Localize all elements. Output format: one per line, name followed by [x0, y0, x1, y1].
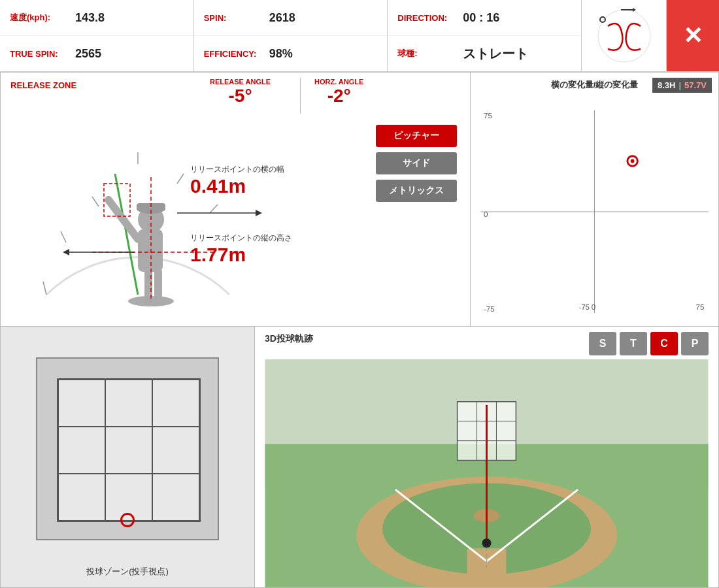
chart-h-value: 8.3H	[658, 80, 675, 90]
svg-line-6	[92, 197, 99, 206]
true-spin-value: 2565	[75, 47, 127, 61]
svg-line-16	[109, 200, 138, 239]
pitcher-view-button[interactable]: ピッチャー	[376, 125, 457, 147]
strike-zone-panel: 投球ゾーン(投手視点)	[0, 327, 255, 588]
chart-values-box: 8.3H | 57.7V	[652, 78, 712, 93]
svg-point-0	[598, 10, 650, 62]
svg-text:-75: -75	[578, 302, 590, 311]
horizontal-label: リリースポイントの横の幅	[190, 164, 284, 175]
true-spin-label: TRUE SPIN:	[10, 49, 75, 59]
chart-v-value: 57.7V	[684, 80, 707, 90]
horz-angle-value: -2°	[314, 86, 363, 106]
zone-cell-6	[152, 427, 199, 474]
svg-rect-14	[154, 269, 162, 304]
release-angle-label: RELEASE ANGLE	[210, 78, 271, 86]
svg-text:75: 75	[484, 111, 492, 120]
svg-text:0: 0	[484, 210, 488, 218]
zone-cell-2	[105, 380, 152, 427]
direction-label: DIRECTION:	[397, 13, 463, 23]
trajectory-panel: 3D投球軌跡 S T C P	[255, 327, 719, 588]
zone-cell-7	[58, 474, 105, 521]
horz-angle-label: HORZ. ANGLE	[314, 78, 363, 86]
close-button[interactable]: ✕	[667, 0, 719, 71]
traj-c-button[interactable]: C	[650, 332, 678, 355]
svg-marker-26	[63, 249, 69, 255]
release-zone-title: RELEASE ZONE	[10, 80, 76, 90]
chart-area: 75 0 -75 -75 75 0	[477, 110, 712, 313]
trajectory-buttons: S T C P	[589, 332, 709, 355]
spin-value: 2618	[269, 11, 322, 25]
svg-rect-13	[144, 269, 152, 304]
svg-line-8	[177, 174, 184, 184]
ball-type-label: 球種:	[397, 48, 463, 59]
spin-label: SPIN:	[204, 13, 269, 23]
baseball-illustration	[582, 0, 667, 71]
svg-text:0: 0	[592, 302, 595, 311]
height-value: 1.77m	[190, 244, 292, 266]
strike-zone-label: 投球ゾーン(投手視点)	[86, 566, 169, 578]
svg-text:75: 75	[696, 302, 705, 311]
chart-panel: 横の変化量/縦の変化量 8.3H | 57.7V 75 0 -75	[471, 72, 719, 327]
svg-point-52	[482, 538, 492, 547]
zone-cell-5	[105, 427, 152, 474]
traj-s-button[interactable]: S	[589, 332, 616, 355]
ball-type-value: ストレート	[463, 45, 528, 63]
release-angle-value: -5°	[210, 86, 271, 106]
metrics-button[interactable]: メトリックス	[376, 180, 457, 202]
svg-rect-15	[138, 229, 163, 272]
svg-marker-24	[256, 210, 262, 216]
svg-text:-75: -75	[484, 304, 495, 313]
zone-cell-4	[58, 427, 105, 474]
horizontal-value: 0.41m	[190, 175, 284, 197]
efficiency-label: EFFICIENCY:	[204, 49, 269, 59]
zone-cell-1	[58, 380, 105, 427]
svg-line-5	[61, 231, 66, 242]
svg-marker-2	[633, 8, 636, 12]
svg-line-4	[43, 282, 46, 295]
view-buttons: ピッチャー サイド メトリックス	[376, 125, 457, 202]
side-view-button[interactable]: サイド	[376, 152, 457, 174]
traj-t-button[interactable]: T	[620, 332, 647, 355]
speed-label: 速度(kph):	[10, 12, 75, 24]
traj-p-button[interactable]: P	[681, 332, 709, 355]
ball-position-indicator	[120, 513, 135, 527]
speed-value: 143.8	[75, 11, 127, 25]
efficiency-value: 98%	[269, 47, 322, 61]
svg-line-9	[210, 204, 218, 213]
zone-cell-3	[152, 380, 199, 427]
svg-point-36	[631, 159, 635, 163]
release-zone-panel: RELEASE ZONE RELEASE ANGLE -5° HORZ. ANG…	[0, 72, 471, 327]
zone-cell-9	[152, 474, 199, 521]
height-label: リリースポイントの縦の高さ	[190, 233, 292, 244]
direction-value: 00 : 16	[463, 11, 515, 25]
